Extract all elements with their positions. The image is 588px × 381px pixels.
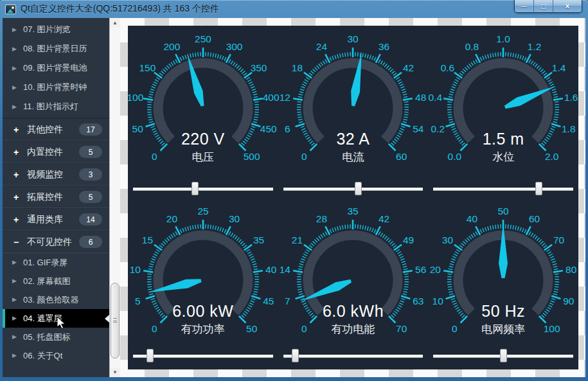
gauge-minor-tick [554, 117, 558, 118]
scroll-thumb[interactable] [111, 283, 120, 359]
sidebar-category-extend[interactable]: + 拓展控件 5 [3, 186, 109, 208]
caret-right-icon: ▶ [12, 66, 17, 71]
gauge-tick-label: 18 [292, 62, 303, 73]
gauge-minor-tick [169, 64, 172, 67]
gauge-minor-tick [148, 287, 152, 287]
gauge-minor-tick [159, 73, 163, 76]
slider-handle[interactable] [500, 349, 507, 362]
gauge-minor-tick [244, 245, 247, 248]
gauge-major-tick [145, 296, 154, 299]
gauge-major-tick [244, 245, 252, 251]
slider-current[interactable] [283, 180, 423, 198]
gauge-minor-tick [253, 91, 256, 93]
sidebar-item-07[interactable]: ▶ 07. 图片浏览 [3, 20, 109, 39]
gauge-minor-tick [552, 261, 556, 263]
gauge-minor-tick [459, 73, 463, 76]
sidebar-item-screenshot[interactable]: ▶ 02. 屏幕截图 [3, 272, 109, 290]
gauge-minor-tick [379, 231, 380, 235]
slider-track[interactable] [283, 355, 423, 358]
sidebar-item-trayicon[interactable]: ▶ 05. 托盘图标 [3, 328, 109, 346]
slider-voltage[interactable] [133, 180, 273, 198]
slider-active-power[interactable] [133, 347, 273, 369]
gauge-minor-tick [498, 52, 499, 56]
gauge-minor-tick [254, 287, 258, 287]
gauge-minor-tick [315, 240, 317, 243]
gauge-minor-tick [233, 235, 235, 238]
gauge-tick-label: 0.6 [441, 62, 455, 73]
gauge-minor-tick [467, 66, 470, 69]
gauge-minor-tick [299, 94, 303, 95]
gauge-minor-tick [254, 102, 258, 102]
gauge-minor-tick [535, 236, 537, 239]
gauge-ring [308, 235, 398, 312]
gauge-minor-tick [493, 53, 494, 57]
slider-track[interactable] [283, 188, 423, 191]
gauge-minor-tick [299, 294, 303, 295]
gauge-minor-tick [303, 256, 307, 258]
sidebar-item-masklayer[interactable]: ▶ 04. 遮罩层 [3, 309, 109, 328]
gauge-minor-tick [247, 252, 251, 254]
sidebar-category-video[interactable]: + 视频监控 3 [3, 163, 109, 186]
gauge-tick-label: 28 [316, 213, 327, 224]
sidebar-category-builtin[interactable]: + 内置控件 5 [3, 141, 109, 163]
gauge-minor-tick [393, 73, 396, 76]
gauge-minor-tick [392, 71, 395, 73]
gauge-tick-label: 42 [379, 213, 389, 224]
gauge-minor-tick [246, 249, 249, 252]
gauge-minor-tick [404, 120, 407, 120]
maximize-button[interactable]: □ [534, 0, 553, 12]
gauge-minor-tick [449, 292, 452, 292]
gauge-minor-tick [402, 298, 405, 299]
sidebar-category-other[interactable]: + 其他控件 17 [3, 118, 109, 141]
slider-handle[interactable] [292, 349, 299, 362]
gauge-minor-tick [544, 73, 547, 76]
gauge-minor-tick [313, 69, 316, 72]
sidebar-item-colorpicker[interactable]: ▶ 03. 颜色拾取器 [3, 290, 109, 309]
gauge-minor-tick [253, 294, 256, 295]
category-label: 视频监控 [27, 169, 63, 181]
slider-handle[interactable] [147, 349, 154, 362]
slider-handle[interactable] [192, 182, 199, 195]
slider-handle[interactable] [535, 182, 542, 195]
slider-track[interactable] [133, 188, 273, 191]
sidebar-item-08[interactable]: ▶ 08. 图片背景日历 [3, 39, 109, 58]
sidebar-item-09[interactable]: ▶ 09. 图片背景电池 [3, 58, 109, 78]
sidebar-category-invisible[interactable]: − 不可见控件 6 [3, 231, 109, 253]
slider-water-level[interactable] [433, 180, 573, 198]
category-label: 其他控件 [27, 124, 63, 136]
gauge-minor-tick [250, 84, 254, 86]
gauge-tick-label: 60 [529, 213, 540, 224]
gauge-minor-tick [298, 117, 302, 118]
gauge-tick-label: 200 [163, 41, 180, 52]
close-button[interactable]: × [553, 0, 582, 12]
sidebar-item-10[interactable]: ▶ 10. 图片背景时钟 [3, 78, 109, 97]
gauge-minor-tick [240, 241, 244, 244]
gauge-minor-tick [398, 252, 402, 254]
slider-grid-frequency[interactable] [433, 347, 573, 369]
gauge-minor-tick [452, 87, 456, 88]
sidebar-item-aboutqt[interactable]: ▶ 06. 关于Qt [3, 346, 109, 365]
sidebar-item-11[interactable]: ▶ 11. 图片指示灯 [3, 97, 109, 116]
gauge-minor-tick [165, 240, 167, 243]
gauge-minor-tick [403, 266, 407, 267]
gauge-minor-tick [375, 57, 377, 61]
slider-track[interactable] [133, 355, 273, 358]
app-window: Qt自定义控件大全(QQ:517216493) 共 163 个控件 ─ □ × … [0, 0, 588, 381]
scroll-down-button[interactable]: ▼ [110, 368, 120, 377]
scroll-up-button[interactable]: ▲ [110, 18, 120, 28]
sidebar-item-gif[interactable]: ▶ 01. GIF录屏 [3, 253, 109, 272]
minimize-button[interactable]: ─ [515, 0, 534, 12]
sidebar-category-common[interactable]: + 通用类库 14 [3, 208, 109, 231]
gauge-minor-tick [553, 294, 557, 295]
gauge-minor-tick [210, 53, 211, 57]
slider-active-energy[interactable] [283, 347, 423, 369]
gauge-minor-tick [321, 62, 323, 66]
gauge-minor-tick [396, 249, 400, 252]
gauge-minor-tick [325, 59, 327, 63]
caret-right-icon: ▶ [12, 104, 17, 110]
slider-handle[interactable] [355, 182, 362, 195]
gauge-minor-tick [180, 229, 182, 233]
sidebar-scrollbar[interactable]: ▲ ▼ [109, 18, 120, 377]
slider-track[interactable] [433, 188, 573, 191]
gauge-minor-tick [449, 266, 453, 267]
